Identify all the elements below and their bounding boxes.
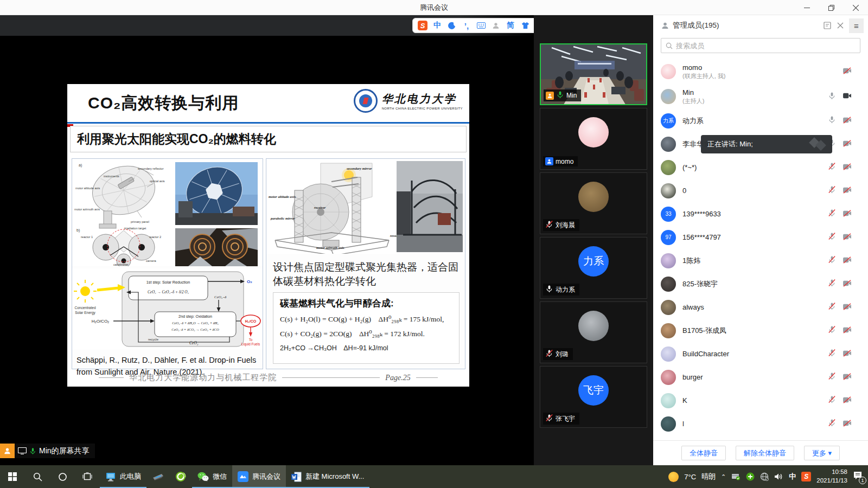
network-tray-icon[interactable]	[760, 472, 769, 481]
participant-avatar: 飞宇	[578, 375, 609, 406]
member-row[interactable]: burger	[653, 365, 868, 389]
member-row[interactable]: momo(联席主持人, 我)	[653, 59, 868, 84]
mic-muted-icon[interactable]	[828, 372, 836, 382]
member-row[interactable]: always	[653, 296, 868, 319]
taskbar-word[interactable]: 新建 Microsoft W...	[286, 465, 369, 488]
member-row[interactable]: 825-张晓宇	[653, 272, 868, 296]
update-tray-icon[interactable]	[746, 472, 755, 481]
panel-menu-icon[interactable]: ≡	[849, 18, 864, 33]
ime-toolbar[interactable]: S 中 ’, 简	[412, 18, 534, 33]
weather-desc[interactable]: 晴朗	[701, 472, 716, 481]
camera-off-icon[interactable]	[843, 233, 852, 242]
participant-avatar: 力系	[578, 246, 609, 277]
screen-share-indicator[interactable]: Min的屏幕共享	[0, 444, 95, 458]
keyboard-icon[interactable]	[476, 21, 486, 30]
popout-panel-icon[interactable]	[821, 19, 834, 32]
video-tile-momo[interactable]: momo	[540, 108, 647, 170]
camera-off-icon[interactable]	[843, 419, 852, 429]
member-row[interactable]: l	[653, 412, 868, 435]
sogou-logo-icon[interactable]: S	[418, 21, 427, 30]
member-row[interactable]: K	[653, 389, 868, 412]
minimize-button[interactable]	[795, 0, 819, 15]
mic-muted-icon[interactable]	[828, 395, 836, 406]
close-button[interactable]	[844, 0, 868, 15]
camera-off-icon[interactable]	[843, 303, 852, 312]
camera-off-icon[interactable]	[843, 349, 852, 359]
taskbar-this-pc[interactable]: 此电脑	[100, 465, 146, 488]
member-avatar	[661, 416, 676, 432]
camera-off-icon[interactable]	[843, 139, 852, 149]
camera-off-icon[interactable]	[843, 186, 852, 196]
video-tile-动力系[interactable]: 力系动力系	[540, 237, 647, 299]
member-row[interactable]: 97156****4797	[653, 226, 868, 249]
weather-temp[interactable]: 7°C	[684, 473, 696, 481]
account-icon[interactable]	[491, 21, 501, 30]
video-tile-刘海晨[interactable]: 刘海晨	[540, 172, 647, 234]
cortana-icon[interactable]	[50, 465, 75, 488]
tray-expand-chevron[interactable]: ⌃	[721, 473, 726, 480]
security-tray-icon[interactable]	[731, 473, 741, 480]
mic-on-icon[interactable]	[828, 115, 836, 126]
sogou-tray-icon[interactable]: S	[801, 472, 811, 481]
mic-muted-icon[interactable]	[828, 209, 836, 219]
mic-on-icon[interactable]	[828, 92, 836, 102]
clock[interactable]: 10:58 2021/11/13	[816, 468, 847, 485]
member-row[interactable]: 0	[653, 179, 868, 202]
close-panel-icon[interactable]	[834, 19, 847, 32]
camera-off-icon[interactable]	[843, 67, 852, 76]
taskbar-wechat[interactable]: 微信	[192, 465, 232, 488]
camera-off-icon[interactable]	[843, 209, 852, 219]
mic-muted-icon[interactable]	[828, 279, 836, 289]
camera-on-icon[interactable]	[843, 92, 852, 101]
skin-icon[interactable]	[520, 21, 530, 30]
start-button[interactable]	[0, 465, 25, 488]
mic-muted-icon[interactable]	[828, 302, 836, 312]
camera-off-icon[interactable]	[843, 163, 852, 172]
mic-muted-icon[interactable]	[828, 419, 836, 429]
video-tile-Min[interactable]: Min	[540, 43, 647, 105]
chinese-mode-icon[interactable]: 中	[432, 21, 442, 30]
member-row[interactable]: (*~*)	[653, 156, 868, 179]
volume-icon[interactable]	[774, 473, 783, 480]
member-search-box[interactable]	[661, 38, 860, 53]
member-row[interactable]: Min(主持人)	[653, 84, 868, 109]
member-search-input[interactable]	[676, 42, 856, 50]
camera-off-icon[interactable]	[843, 116, 852, 126]
simplified-chinese-icon[interactable]: 简	[506, 21, 515, 30]
more-button[interactable]: 更多 ▾	[804, 446, 840, 460]
member-row[interactable]: 33139****9633	[653, 202, 868, 226]
mic-muted-icon[interactable]	[828, 325, 836, 336]
participant-badge-icon	[546, 92, 554, 100]
video-tile-张飞宇[interactable]: 飞宇张飞宇	[540, 366, 647, 428]
mic-muted-icon[interactable]	[828, 255, 836, 266]
mic-muted-icon[interactable]	[828, 185, 836, 196]
svg-text:motor altitude axis: motor altitude axis	[269, 195, 296, 198]
ime-indicator[interactable]: 中	[789, 472, 796, 481]
camera-off-icon[interactable]	[843, 256, 852, 266]
video-tile-刘璐[interactable]: 刘璐	[540, 301, 647, 363]
svg-text:camera: camera	[146, 259, 157, 262]
camera-off-icon[interactable]	[843, 396, 852, 406]
mic-muted-icon[interactable]	[828, 162, 836, 172]
punctuation-icon[interactable]: ’,	[462, 21, 471, 30]
mic-muted-icon[interactable]	[828, 349, 836, 359]
moon-icon[interactable]	[447, 21, 457, 30]
browser-360-icon[interactable]	[169, 465, 192, 488]
camera-off-icon[interactable]	[843, 279, 852, 289]
task-view-icon[interactable]	[75, 465, 100, 488]
taskbar-search-icon[interactable]	[25, 465, 50, 488]
camera-off-icon[interactable]	[843, 326, 852, 336]
member-row[interactable]: B1705-张成凤	[653, 319, 868, 342]
restore-button[interactable]	[819, 0, 844, 15]
weather-icon[interactable]	[668, 472, 679, 482]
mic-muted-icon[interactable]	[828, 232, 836, 242]
notification-center-icon[interactable]: 1	[853, 471, 863, 482]
member-row[interactable]: 1陈炜	[653, 249, 868, 272]
taskbar-tencent-meeting[interactable]: 腾讯会议	[232, 465, 286, 488]
member-row[interactable]: BuildCharacter	[653, 342, 868, 365]
camera-off-icon[interactable]	[843, 373, 852, 382]
scanner-app-icon[interactable]	[146, 465, 169, 488]
unmute-all-button[interactable]: 解除全体静音	[736, 446, 794, 460]
mute-all-button[interactable]: 全体静音	[681, 446, 726, 460]
member-row[interactable]: 力系动力系	[653, 109, 868, 132]
